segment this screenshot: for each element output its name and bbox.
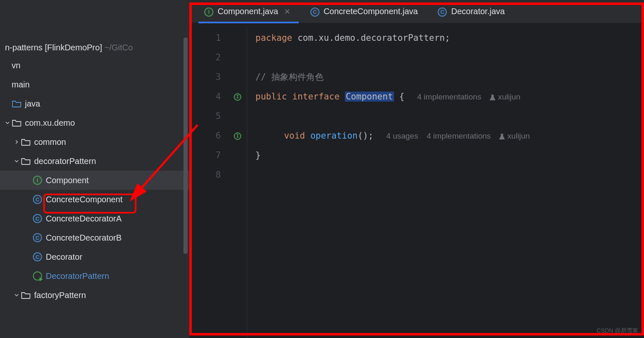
interface-icon: I (204, 6, 213, 17)
implementations-hint[interactable]: 4 implementations (426, 126, 490, 146)
keyword: public (255, 92, 287, 102)
tree-label: common (34, 137, 66, 147)
folder-icon (12, 118, 22, 128)
project-name: n-patterns (5, 43, 42, 52)
implementations-hint[interactable]: 4 implementations (417, 87, 481, 107)
tree-label: ConcreteDecoratorB (46, 233, 121, 243)
tree-item-decoratorpatternmain[interactable]: DecoratorPattern (0, 266, 189, 286)
line-number: 7 (189, 146, 221, 165)
line-number: 1 (189, 28, 221, 48)
tab-decorator[interactable]: C Decorator.java (438, 0, 505, 23)
folder-icon (12, 99, 22, 109)
tree-label: decoratorPattern (34, 157, 96, 166)
tab-component[interactable]: I Component.java ✕ (204, 0, 290, 23)
tree-item-vn[interactable]: vn (0, 56, 189, 75)
folder-icon (21, 156, 31, 166)
watermark: CSDN @易雪寒 (597, 327, 638, 335)
tree-item-java[interactable]: java (0, 94, 189, 113)
chevron-down-icon (3, 120, 12, 125)
tab-concretecomponent[interactable]: C ConcreteComponent.java (310, 0, 418, 23)
implement-gutter-icon[interactable]: I (228, 87, 247, 107)
line-number-gutter: 1 2 3 4 5 6 7 8 (189, 28, 228, 338)
tree-label: Decorator (46, 252, 82, 262)
author-hint[interactable]: xulijun (490, 87, 520, 107)
close-icon[interactable]: ✕ (284, 7, 290, 16)
class-icon: C (32, 252, 42, 262)
tree-item-component[interactable]: I Component (0, 171, 189, 190)
class-icon: C (32, 214, 42, 224)
chevron-down-icon (12, 159, 21, 164)
tree-label: ConcreteComponent (46, 195, 123, 204)
chevron-down-icon (12, 293, 21, 298)
line-number: 4 (189, 87, 221, 107)
folder-icon (21, 137, 31, 147)
usages-hint[interactable]: 4 usages (386, 126, 418, 146)
tree-item-common[interactable]: common (0, 132, 189, 152)
tree-label: vn (12, 61, 20, 70)
class-icon: C (438, 6, 447, 17)
brace: } (255, 150, 261, 160)
tree-item-main[interactable]: main (0, 75, 189, 94)
method-name: operation (310, 131, 358, 141)
tree-label: Component (46, 176, 89, 185)
class-icon: C (32, 194, 42, 204)
tree-label: DecoratorPattern (46, 271, 109, 281)
tree-label: com.xu.demo (25, 118, 75, 128)
code-hints[interactable]: 4 usages 4 implementations xulijun (386, 126, 530, 146)
tree-item-concretedecoratorb[interactable]: C ConcreteDecoratorB (0, 228, 189, 247)
chevron-right-icon (12, 139, 21, 144)
tree-label: java (25, 99, 40, 109)
keyword: interface (292, 92, 340, 102)
line-number: 2 (189, 48, 221, 67)
keyword: package (255, 33, 292, 43)
code-hints[interactable]: 4 implementations xulijun (417, 87, 520, 107)
tree-item-decorator[interactable]: C Decorator (0, 247, 189, 266)
interface-icon: I (32, 175, 42, 185)
class-icon: C (310, 6, 320, 17)
tree-label: ConcreteDecoratorA (46, 214, 121, 224)
code-content[interactable]: package com.xu.demo.decoratorPattern; //… (247, 28, 644, 338)
brace: { (399, 92, 404, 102)
tree-item-concretedecoratora[interactable]: C ConcreteDecoratorA (0, 209, 189, 228)
author-hint[interactable]: xulijun (499, 126, 530, 146)
project-module: [FlinkDemoPro] (45, 43, 102, 52)
tree-item-decoratorpattern[interactable]: decoratorPattern (0, 152, 189, 171)
code-text: (); (358, 131, 374, 141)
implement-gutter-icon[interactable]: I (228, 126, 247, 146)
line-number: 3 (189, 67, 221, 87)
sidebar-scrollbar[interactable] (183, 37, 188, 254)
project-tree: vn main java com.xu.demo (0, 56, 189, 305)
line-number: 6 (189, 126, 221, 146)
project-sidebar: n-patterns [FlinkDemoPro] ~/GitCo vn mai… (0, 0, 189, 338)
tab-label: Decorator.java (451, 7, 505, 16)
comment: // 抽象构件角色 (255, 72, 324, 82)
class-icon: C (32, 233, 42, 243)
keyword: void (284, 131, 305, 141)
folder-icon (21, 290, 31, 300)
editor-pane: I Component.java ✕ C ConcreteComponent.j… (189, 0, 644, 338)
gutter-marks: I I (228, 28, 247, 338)
code-editor[interactable]: 1 2 3 4 5 6 7 8 I I package com.xu.demo.… (189, 23, 644, 338)
tree-label: main (12, 80, 30, 89)
runnable-class-icon (32, 271, 42, 281)
tree-label: factoryPattern (34, 291, 86, 300)
tree-item-demo[interactable]: com.xu.demo (0, 113, 189, 132)
tree-item-factorypattern[interactable]: factoryPattern (0, 286, 189, 305)
line-number: 8 (189, 165, 221, 185)
code-text: com.xu.demo.decoratorPattern; (292, 33, 450, 43)
project-path: ~/GitCo (104, 43, 133, 52)
project-root[interactable]: n-patterns [FlinkDemoPro] ~/GitCo (0, 40, 189, 56)
editor-tabs: I Component.java ✕ C ConcreteComponent.j… (189, 0, 644, 23)
tab-label: Component.java (218, 7, 278, 16)
line-number: 5 (189, 107, 221, 126)
tab-label: ConcreteComponent.java (324, 7, 418, 16)
tree-item-concretecomponent[interactable]: C ConcreteComponent (0, 190, 189, 209)
class-name: Component (345, 92, 394, 102)
